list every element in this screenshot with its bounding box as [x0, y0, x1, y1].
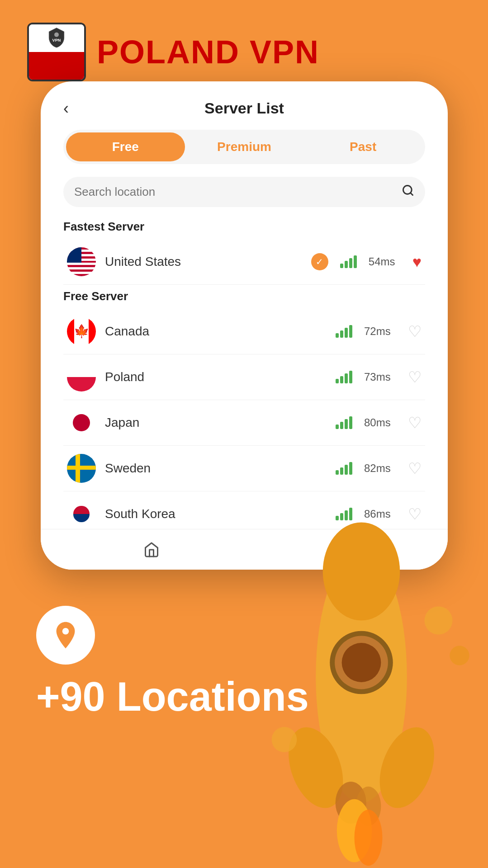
flag-pl: [67, 363, 96, 392]
ping-us: 54ms: [369, 255, 398, 268]
svg-point-22: [342, 643, 381, 682]
signal-bars-us: [340, 255, 357, 268]
ping-jp: 80ms: [364, 416, 393, 429]
logo-flag-top: VPN: [29, 24, 84, 52]
bar4-pl: [349, 371, 352, 383]
bar1-pl: [336, 379, 339, 383]
bar4-ca: [349, 325, 352, 338]
bar2-ca: [340, 330, 343, 338]
selected-check-icon: ✓: [311, 253, 328, 270]
logo-flag: VPN: [29, 24, 84, 80]
location-badge: [36, 606, 95, 665]
logo-flag-bottom: [29, 52, 84, 80]
favorite-btn-us[interactable]: ♥: [412, 253, 422, 271]
ping-ca: 72ms: [364, 325, 393, 338]
bar3-ca: [345, 328, 348, 338]
bar3-se: [345, 465, 348, 475]
flag-poland-bottom: [67, 377, 96, 392]
svg-text:VPN: VPN: [52, 38, 61, 42]
bar2-pl: [340, 376, 343, 383]
server-item-jp[interactable]: Japan 80ms ♡: [63, 400, 425, 446]
flag-poland-top: [67, 363, 96, 377]
rocket-illustration: [221, 515, 488, 832]
favorite-btn-ca[interactable]: ♡: [408, 322, 422, 340]
flag-ca-right: [89, 317, 96, 346]
bar1: [340, 264, 343, 268]
svg-point-28: [355, 810, 383, 866]
tabs-container: Free Premium Past: [63, 130, 425, 164]
tab-past[interactable]: Past: [303, 132, 422, 161]
bar2-se: [340, 467, 343, 475]
nav-home[interactable]: [143, 542, 160, 558]
flag-kr: [67, 500, 96, 528]
app-title: POLAND VPN: [97, 33, 319, 71]
free-server-label: Free Server: [63, 289, 425, 303]
flag-poland-inner: [67, 363, 96, 392]
svg-point-30: [450, 646, 469, 665]
signal-bars-ca: [336, 325, 352, 338]
location-icon: [50, 619, 81, 651]
svg-line-2: [410, 193, 412, 195]
search-input[interactable]: [74, 185, 394, 199]
bar3: [349, 258, 352, 268]
screen-title: Server List: [204, 99, 284, 117]
flag-jp: [67, 408, 96, 437]
ping-pl: 73ms: [364, 371, 393, 383]
vpn-shield-icon: VPN: [45, 27, 68, 50]
signal-bars-se: [336, 462, 352, 475]
favorite-btn-jp[interactable]: ♡: [408, 414, 422, 432]
back-button[interactable]: ‹: [63, 99, 69, 118]
bar3-pl: [345, 373, 348, 383]
country-name-ca: Canada: [105, 324, 327, 339]
phone-mockup: ‹ Server List Free Premium Past Fastest …: [41, 81, 448, 570]
server-list: United States ✓ 54ms ♥ Free Server Canad…: [63, 239, 425, 529]
flag-se: [67, 454, 96, 483]
server-item-us[interactable]: United States ✓ 54ms ♥: [63, 239, 425, 285]
flag-japan-circle: [73, 414, 90, 431]
svg-point-19: [323, 523, 400, 621]
country-name-us: United States: [105, 255, 302, 269]
server-item-pl[interactable]: Poland 73ms ♡: [63, 354, 425, 400]
app-logo: VPN: [27, 23, 86, 81]
bar4: [354, 255, 357, 268]
svg-point-29: [425, 607, 453, 635]
bar4-se: [349, 462, 352, 475]
favorite-btn-pl[interactable]: ♡: [408, 368, 422, 386]
home-icon: [143, 542, 160, 558]
bar3-jp: [345, 419, 348, 429]
tab-free[interactable]: Free: [66, 132, 185, 161]
signal-bars-jp: [336, 416, 352, 429]
country-name-se: Sweden: [105, 461, 327, 476]
search-bar: [63, 177, 425, 207]
bar2: [345, 261, 348, 268]
bar2-jp: [340, 422, 343, 429]
signal-bars-pl: [336, 371, 352, 383]
flag-korea-circle: [73, 506, 89, 522]
bar1-ca: [336, 333, 339, 338]
svg-point-17: [62, 628, 69, 635]
tab-premium[interactable]: Premium: [185, 132, 304, 161]
rocket-svg: [221, 515, 488, 866]
server-item-ca[interactable]: Canada 72ms ♡: [63, 309, 425, 354]
country-name-jp: Japan: [105, 415, 327, 430]
fastest-server-label: Fastest Server: [63, 220, 425, 234]
phone-inner: ‹ Server List Free Premium Past Fastest …: [41, 81, 448, 529]
bar4-jp: [349, 416, 352, 429]
bar1-jp: [336, 425, 339, 429]
ping-se: 82ms: [364, 462, 393, 475]
svg-point-31: [272, 727, 297, 752]
bar1-se: [336, 470, 339, 475]
app-header: VPN POLAND VPN: [0, 0, 488, 95]
server-item-se[interactable]: Sweden 82ms ♡: [63, 446, 425, 491]
search-icon: [402, 184, 414, 200]
favorite-btn-se[interactable]: ♡: [408, 459, 422, 477]
top-nav: ‹ Server List: [63, 99, 425, 117]
country-name-pl: Poland: [105, 370, 327, 384]
flag-ca: [67, 317, 96, 346]
flag-us: [67, 247, 96, 276]
